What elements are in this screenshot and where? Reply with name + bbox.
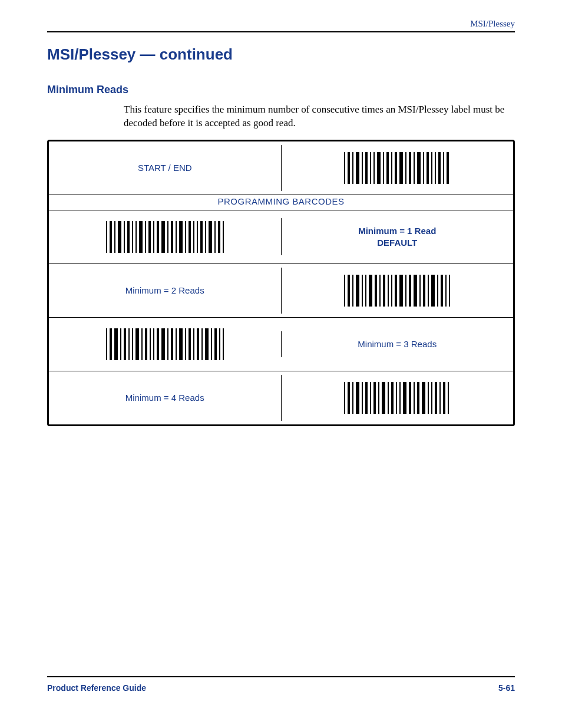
svg-rect-50 [214,221,216,253]
svg-rect-17 [417,152,421,184]
running-head: MSI/Plessey [47,19,515,31]
svg-rect-37 [157,221,159,253]
svg-rect-110 [362,382,363,414]
svg-rect-120 [403,382,406,414]
svg-rect-40 [171,221,173,253]
svg-rect-55 [352,275,353,307]
svg-rect-81 [120,328,121,360]
svg-rect-30 [127,221,130,253]
table-row: Minimum = 1 Read DEFAULT [49,210,513,263]
svg-rect-21 [435,152,436,184]
svg-rect-48 [205,221,206,253]
svg-rect-44 [189,221,191,253]
svg-rect-112 [370,382,371,414]
svg-rect-12 [395,152,397,184]
svg-rect-97 [189,328,191,360]
svg-rect-83 [128,328,130,360]
svg-rect-75 [441,275,443,307]
svg-rect-109 [356,382,359,414]
svg-rect-36 [153,221,154,253]
option-label: Minimum = 3 Reads [358,338,437,350]
svg-rect-9 [383,152,384,184]
svg-rect-32 [135,221,137,253]
svg-rect-39 [167,221,168,253]
svg-rect-29 [124,221,125,253]
svg-rect-27 [114,221,115,253]
svg-rect-107 [348,382,350,414]
label-cell: Minimum = 2 Reads [49,278,281,304]
svg-rect-15 [409,152,411,184]
section-title: MSI/Plessey — continued [47,45,515,64]
table-header: PROGRAMMING BARCODES [49,195,513,210]
svg-rect-108 [352,382,353,414]
svg-rect-88 [150,328,151,360]
svg-rect-35 [148,221,151,253]
barcode-icon [344,382,450,414]
footer-doc-title: Product Reference Guide [47,683,146,693]
svg-rect-31 [132,221,133,253]
footer-rule [47,676,515,677]
svg-rect-1 [348,152,350,184]
table-row: Minimum = 3 Reads [49,317,513,371]
svg-rect-52 [223,221,224,253]
svg-rect-66 [399,275,403,307]
svg-rect-95 [179,328,183,360]
svg-rect-78 [106,328,107,360]
svg-rect-129 [443,382,445,414]
barcode-cell [281,268,514,314]
svg-rect-16 [414,152,415,184]
svg-rect-93 [171,328,173,360]
svg-rect-47 [200,221,203,253]
svg-rect-53 [344,275,345,307]
svg-rect-28 [118,221,121,253]
svg-rect-59 [369,275,372,307]
start-end-row: START / END [49,141,513,195]
svg-rect-10 [386,152,389,184]
svg-rect-71 [423,275,425,307]
svg-rect-102 [211,328,212,360]
svg-rect-73 [431,275,435,307]
svg-rect-65 [395,275,397,307]
svg-rect-115 [382,382,385,414]
svg-rect-56 [356,275,359,307]
svg-rect-57 [362,275,363,307]
option-label: Minimum = 4 Reads [125,392,204,404]
svg-rect-8 [377,152,381,184]
svg-rect-63 [388,275,389,307]
svg-rect-96 [185,328,186,360]
barcode-cell [49,214,281,260]
svg-rect-38 [161,221,165,253]
start-end-barcode-cell [281,145,514,191]
svg-rect-46 [197,221,198,253]
barcode-icon [344,152,450,184]
svg-rect-62 [383,275,385,307]
svg-rect-85 [135,328,139,360]
svg-rect-5 [365,152,368,184]
svg-rect-125 [428,382,429,414]
svg-rect-34 [145,221,146,253]
svg-rect-86 [141,328,143,360]
svg-rect-6 [370,152,371,184]
barcode-cell [281,375,514,421]
barcode-cell [49,321,281,367]
svg-rect-3 [356,152,359,184]
label-cell: Minimum = 3 Reads [281,331,514,357]
svg-rect-41 [176,221,177,253]
svg-rect-13 [399,152,403,184]
svg-rect-126 [431,382,432,414]
svg-rect-67 [405,275,406,307]
svg-rect-90 [157,328,159,360]
svg-rect-105 [223,328,224,360]
table-row: Minimum = 2 Reads [49,263,513,317]
svg-rect-58 [365,275,366,307]
svg-rect-99 [197,328,199,360]
svg-rect-26 [110,221,112,253]
svg-rect-103 [214,328,217,360]
barcode-icon [344,275,450,307]
svg-rect-117 [391,382,394,414]
svg-rect-4 [362,152,363,184]
svg-rect-130 [448,382,449,414]
svg-rect-18 [423,152,424,184]
svg-rect-7 [373,152,375,184]
svg-rect-79 [110,328,112,360]
